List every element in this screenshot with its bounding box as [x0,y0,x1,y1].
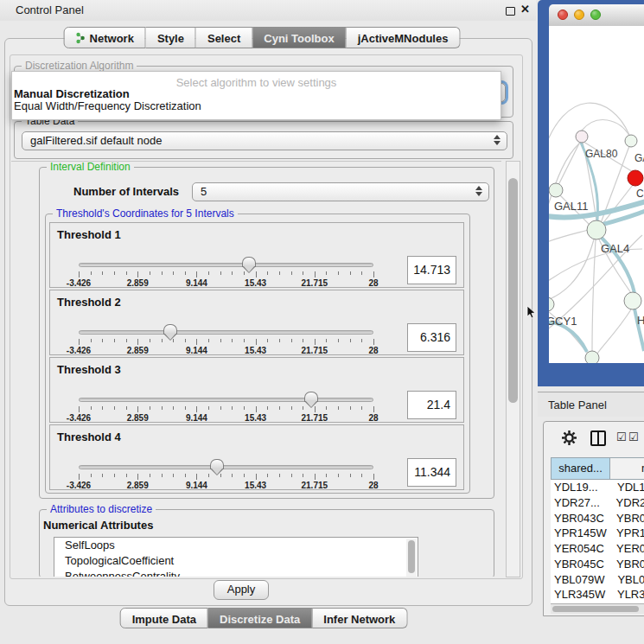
cell-name[interactable]: YLR3 [610,587,644,603]
form-vertical-scrollbar[interactable] [506,161,520,577]
slider-tick [232,474,233,477]
column-header-shared-name[interactable]: shared... [551,457,610,480]
slider-handle[interactable] [304,392,318,408]
cell-name[interactable]: YDL1 [610,480,644,495]
attributes-list-scrollbar[interactable] [406,539,417,577]
split-columns-icon[interactable] [590,430,606,446]
scrollbar-thumb[interactable] [508,178,518,403]
apply-button[interactable]: Apply [214,580,269,600]
cell-name[interactable]: YER0 [609,541,644,557]
network-view[interactable]: GAL80GACGAL11GAL4GCY1HHAP2 [549,26,644,363]
table-row[interactable]: YBL079WYBL0 [551,572,644,588]
cell-shared-name[interactable]: YLR345W [551,587,610,603]
table-data-combobox[interactable]: galFiltered.sif default node [22,131,507,150]
zoom-light[interactable] [590,10,601,20]
scrollbar-thumb[interactable] [408,540,415,573]
slider-tick [173,406,174,410]
numerical-attributes-list[interactable]: SelfLoopsTopologicalCoefficientBetweenne… [54,537,418,577]
close-light[interactable] [558,10,568,20]
tab-impute-data[interactable]: Impute Data [120,608,208,628]
tab-style[interactable]: Style [146,27,196,48]
cell-shared-name[interactable]: YDL19... [551,480,610,495]
slider-tick [291,406,292,410]
slider-tick-label: 28 [351,278,396,288]
slider-tick [79,406,80,412]
checkbox-icon[interactable]: ☑ [616,430,627,443]
slider-tick-label: 2.859 [115,413,160,423]
algorithm-option-manual-discretization[interactable]: Manual Discretization [14,88,130,100]
table-row[interactable]: YBR045CYBR0 [551,557,644,572]
network-node-hap2[interactable] [585,351,599,363]
checkbox-icon[interactable]: ☑ [628,430,639,443]
slider-tick [315,474,316,480]
group-title: Discretization Algorithm [22,60,137,72]
minimize-light[interactable] [574,10,584,20]
threshold-value-field[interactable]: 14.713 [407,256,456,284]
cell-shared-name[interactable]: YPR145W [551,526,609,541]
network-edge [549,239,594,301]
table-row[interactable]: YLR345WYLR3 [551,587,644,603]
close-icon[interactable]: ✕ [520,3,530,16]
cell-name[interactable]: YPR1 [609,526,644,541]
network-node-c[interactable] [628,170,643,186]
table-row[interactable]: YER054CYER0 [551,541,644,557]
slider-track[interactable] [79,398,373,402]
network-node-h[interactable] [624,292,641,309]
slider-handle[interactable] [242,257,256,273]
network-node-label: C [636,188,644,200]
bottom-tabbar: Impute DataDiscretize DataInfer Network [120,608,408,628]
cell-name[interactable]: YBL0 [610,572,644,588]
network-node-gal4[interactable] [587,220,606,239]
slider-handle[interactable] [210,459,224,475]
attribute-item[interactable]: BetweennessCentrality [54,569,418,577]
network-node-gal80[interactable] [576,131,588,143]
slider-track[interactable] [79,465,373,469]
threshold-value-field[interactable]: 6.316 [407,323,456,352]
table-row[interactable]: YBR043CYBR0 [551,511,644,526]
slider-track[interactable] [79,263,373,267]
attribute-item[interactable]: SelfLoops [54,538,418,553]
cell-name[interactable]: YBR0 [609,557,644,572]
number-of-intervals-combobox[interactable]: 5 [192,182,489,201]
network-node-gcy1[interactable] [549,297,554,311]
scrollbar-thumb[interactable] [552,606,639,612]
network-node-label: H [637,314,644,327]
cell-name[interactable]: YBR0 [609,511,644,526]
tab-infer-network[interactable]: Infer Network [312,608,407,628]
tab-cyni-toolbox[interactable]: Cyni Toolbox [252,27,346,48]
network-node-label: GCY1 [549,315,577,328]
threshold-value-field[interactable]: 21.4 [407,391,456,419]
slider-track[interactable] [79,330,373,335]
network-node-ga[interactable] [625,135,637,147]
slider-tick [162,406,163,410]
cell-name[interactable]: YDR2 [609,495,644,511]
algorithm-option-equal-width-frequency-discretization[interactable]: Equal Width/Frequency Discretization [14,100,201,112]
slider-tick [315,271,316,277]
float-window-icon[interactable] [506,7,515,16]
cell-shared-name[interactable]: YER054C [551,541,609,557]
table-row[interactable]: YDL19...YDL1 [551,480,644,495]
table-horizontal-scrollbar[interactable] [551,603,644,614]
network-window-frame[interactable]: GAL80GACGAL11GAL4GCY1HHAP2 [538,0,644,386]
cell-shared-name[interactable]: YBR043C [551,511,609,526]
network-node-label: GAL4 [601,242,629,255]
threshold-value-field[interactable]: 11.344 [407,458,456,487]
network-window-titlebar[interactable] [549,4,644,27]
table-row[interactable]: YDR27...YDR2 [551,495,644,511]
cell-shared-name[interactable]: YBR045C [551,557,609,572]
slider-tick [256,339,257,345]
slider-tick [102,339,103,342]
column-header-name[interactable]: na [610,457,644,480]
table-row[interactable]: YPR145WYPR1 [551,526,644,541]
tab-discretize-data[interactable]: Discretize Data [208,608,312,628]
attribute-item[interactable]: TopologicalCoefficient [54,553,418,569]
tab-select[interactable]: Select [196,27,252,48]
slider-handle[interactable] [163,324,177,341]
tab-network[interactable]: Network [64,27,146,48]
cell-shared-name[interactable]: YDR27... [551,495,609,511]
group-title: Interval Definition [47,161,134,173]
cell-shared-name[interactable]: YBL079W [551,572,610,588]
network-node-gal11[interactable] [549,183,563,197]
tab-jactivemnodules[interactable]: jActiveMNodules [347,27,461,48]
gear-icon[interactable] [561,430,577,446]
